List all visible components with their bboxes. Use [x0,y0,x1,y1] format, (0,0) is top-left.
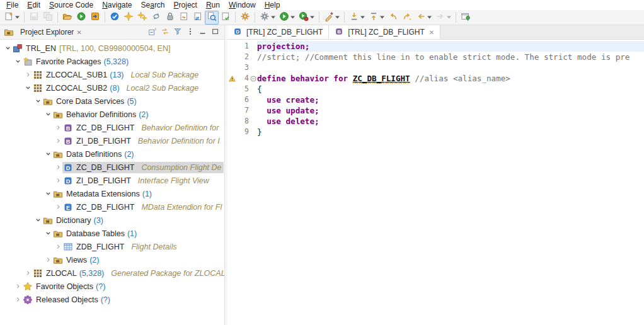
view-menu-button[interactable] [184,25,197,39]
chevron-right-icon[interactable] [54,164,62,170]
tree-item-favorite-packages[interactable]: Favorite Packages(5,328) [0,55,224,68]
code-line-7[interactable]: 7 use update; [227,105,644,116]
fold-collapse-icon[interactable] [249,76,257,82]
chevron-down-icon[interactable] [34,217,42,223]
tree-item-data-definitions[interactable]: Data Definitions(2) [0,147,224,161]
menu-window[interactable]: Window [224,1,260,9]
tree-item-trl-en[interactable]: TRL_EN[TRL, 100, CB9980000504, EN] [0,42,224,55]
transport-document-button[interactable] [177,11,191,25]
tree-item-zc-db-flight[interactable]: DZC_DB_FLIGHTConsumption Flight De [0,161,224,174]
syntax-check-button[interactable] [219,11,233,25]
chevron-down-icon[interactable] [290,16,295,19]
code-line-5[interactable]: 5{ [227,84,644,94]
menu-run[interactable]: Run [202,1,224,9]
new-wizard-button[interactable] [2,11,21,25]
chevron-down-icon[interactable] [447,16,451,19]
chevron-right-icon[interactable] [24,72,32,77]
tree-item-zi-db-flight[interactable]: BZI_DB_FLIGHTBehavior Definition for I [0,134,224,147]
chevron-down-icon[interactable] [335,16,340,19]
lock-object-button[interactable] [163,11,177,25]
chevron-down-icon[interactable] [44,151,52,157]
chevron-down-icon[interactable] [271,16,275,19]
pin-editor-button[interactable] [459,11,473,25]
chevron-right-icon[interactable] [54,204,62,210]
activate-multiple-button[interactable] [135,11,149,25]
forward-new-button[interactable] [400,11,414,25]
back-history-button[interactable] [414,11,434,25]
tree-item-favorite-objects[interactable]: Favorite Objects(?) [0,280,224,293]
chevron-down-icon[interactable] [24,85,32,91]
activate-button[interactable] [108,11,122,25]
profile-button[interactable] [297,11,316,25]
chevron-down-icon[interactable] [44,111,52,117]
abap-profiler-button[interactable] [238,11,252,25]
chevron-down-icon[interactable] [15,16,20,19]
compare-document-button[interactable] [191,11,205,25]
where-used-button[interactable] [205,11,219,25]
minimize-button[interactable] [197,25,209,39]
tree-item-metadata-extensions[interactable]: Metadata Extensions(1) [0,187,224,200]
menu-source-code[interactable]: Source Code [45,1,98,9]
editor-tab-trl-zc-db-flight-active[interactable]: B[TRL] ZC_DB_FLIGHT✕ [329,25,440,39]
debug-config-gear-button[interactable] [258,11,277,25]
chevron-right-icon[interactable] [14,297,22,302]
menu-help[interactable]: Help [260,1,285,9]
open-sap-gui-button[interactable] [88,11,102,25]
tree-item-views[interactable]: Views(2) [0,253,224,266]
maximize-button[interactable] [209,25,222,39]
tree-item-zi-db-flight[interactable]: DZI_DB_FLIGHTInterface Flight View [0,174,224,187]
open-abap-object-button[interactable] [60,11,74,25]
tree-item-released-objects[interactable]: Released Objects(?) [0,293,224,306]
tree-item-database-tables[interactable]: Database Tables(1) [0,227,224,240]
code-line-1[interactable]: 1projection; [227,41,644,52]
chevron-right-icon[interactable] [44,257,52,263]
tree-item-zlcocal-sub2[interactable]: ZLCOCAL_SUB2(8)Local2 Sub Package [0,81,224,94]
code-line-9[interactable]: 9} [227,127,644,137]
menu-search[interactable]: Search [137,1,170,9]
tree-item-zc-db-flight[interactable]: BZC_DB_FLIGHTBehavior Definition for [0,121,224,134]
menu-navigate[interactable]: Navigate [98,1,136,9]
refresh-button[interactable] [149,11,163,25]
chevron-down-icon[interactable] [427,16,432,19]
code-line-4[interactable]: 4define behavior for ZC_DB_FLIGHT //alia… [227,73,644,84]
tree-item-dictionary[interactable]: Dictionary(3) [0,214,224,227]
launch-pen-button[interactable] [322,11,342,25]
chevron-down-icon[interactable] [44,191,52,197]
chevron-down-icon[interactable] [34,98,42,104]
collapse-all-button[interactable] [146,25,159,39]
tree-item-zlcocal-sub1[interactable]: ZLCOCAL_SUB1(13)Local Sub Package [0,68,224,81]
filter-button[interactable] [171,25,184,39]
tree-item-zlocal[interactable]: ZLOCAL(5,328)Generated Package for ZLOCA… [0,266,224,280]
menu-file[interactable]: File [2,1,23,9]
chevron-down-icon[interactable] [380,16,384,19]
close-view-icon[interactable]: ✕ [76,29,81,36]
back-curve-button[interactable] [386,11,400,25]
menu-edit[interactable]: Edit [23,1,45,9]
last-edit-location-button[interactable] [347,11,367,25]
tree-item-zc-db-flight[interactable]: EZC_DB_FLIGHTMData Extendion for Fl [0,200,224,214]
close-tab-icon[interactable]: ✕ [429,29,434,36]
chevron-right-icon[interactable] [54,244,62,249]
tree-item-zdb-flight[interactable]: ZDB_FLIGHTFlight Details [0,240,224,253]
chevron-right-icon[interactable] [14,283,22,289]
code-line-6[interactable]: 6 use create; [227,94,644,105]
code-line-2[interactable]: 2//strict; //Comment this line in to ena… [227,52,644,62]
code-line-8[interactable]: 8 use delete; [227,116,644,127]
run-abap-application-button[interactable] [74,11,88,25]
chevron-down-icon[interactable] [310,16,314,19]
chevron-right-icon[interactable] [54,138,62,144]
chevron-down-icon[interactable] [360,16,365,19]
save-all-button[interactable] [41,11,55,25]
chevron-right-icon[interactable] [54,178,62,183]
go-into-button[interactable] [367,11,386,25]
forward-history-button[interactable] [434,11,453,25]
activate-sparkle-button[interactable] [122,11,135,25]
tree-item-behavior-definitions[interactable]: Behavior Definitions(2) [0,108,224,121]
code-line-3[interactable]: 3 [227,62,644,73]
save-button[interactable] [27,11,41,25]
code-editor[interactable]: 1projection;2//strict; //Comment this li… [227,40,644,325]
run-button[interactable] [277,11,297,25]
menu-project[interactable]: Project [170,1,202,9]
chevron-down-icon[interactable] [44,231,52,236]
chevron-down-icon[interactable] [4,45,12,51]
